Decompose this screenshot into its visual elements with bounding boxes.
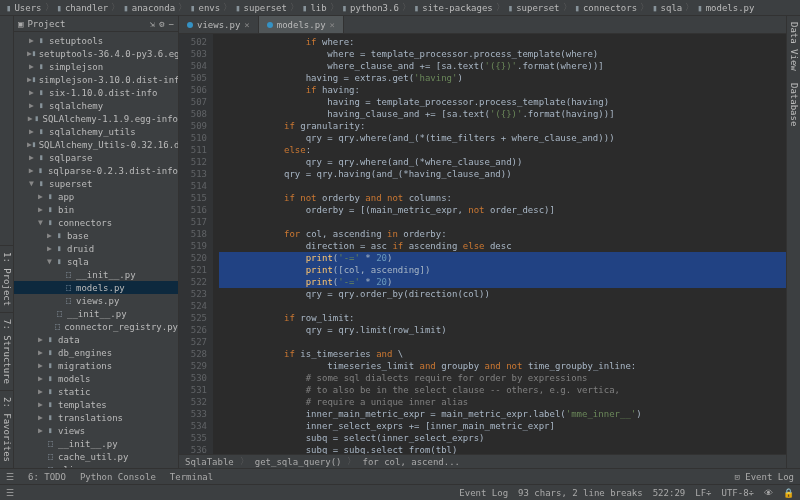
event-log-btn[interactable]: ⊡ Event Log <box>734 472 794 482</box>
code-line[interactable]: if is_timeseries and \ <box>219 348 786 360</box>
tool-tab[interactable]: Data View <box>787 16 800 77</box>
tree-item[interactable]: ▶▮translations <box>14 411 178 424</box>
tree-item[interactable]: ▶▮SQLAlchemy_Utils-0.32.16.dist-info <box>14 138 178 151</box>
code-line[interactable]: having_clause_and += [sa.text('({})'.for… <box>219 108 786 120</box>
arrow-icon[interactable]: ▶ <box>27 36 36 45</box>
breadcrumb-item[interactable]: sqla <box>661 3 683 13</box>
close-icon[interactable]: × <box>330 20 335 30</box>
code-line[interactable]: timeseries_limit and groupby and not tim… <box>219 360 786 372</box>
breadcrumb-item[interactable]: connectors <box>583 3 637 13</box>
breadcrumb-item[interactable]: superset <box>516 3 559 13</box>
code-line[interactable]: if not orderby and not columns: <box>219 192 786 204</box>
code-line[interactable]: for col, ascending in orderby: <box>219 228 786 240</box>
nav-trail[interactable]: SqlaTable〉get_sqla_query()〉for col, asce… <box>179 454 786 468</box>
breadcrumb-item[interactable]: Users <box>14 3 41 13</box>
code-line[interactable]: qry = qry.where(and_(*where_clause_and)) <box>219 156 786 168</box>
code-line[interactable]: qry = qry.where(and_(*(time_filters + wh… <box>219 132 786 144</box>
code-line[interactable]: if granularity: <box>219 120 786 132</box>
tree-item[interactable]: ▶▮simplejson-3.10.0.dist-info <box>14 73 178 86</box>
arrow-icon[interactable]: ▶ <box>27 166 36 175</box>
tree-item[interactable]: ▶▮templates <box>14 398 178 411</box>
code-line[interactable]: qry = qry.having(and_(*having_clause_and… <box>219 168 786 180</box>
inspect-icon[interactable]: 👁 <box>764 488 773 498</box>
arrow-icon[interactable]: ▶ <box>27 153 36 162</box>
project-tree[interactable]: ▶▮setuptools▶▮setuptools-36.4.0-py3.6.eg… <box>14 32 178 468</box>
code-line[interactable]: if row_limit: <box>219 312 786 324</box>
arrow-icon[interactable]: ▶ <box>27 88 36 97</box>
code-line[interactable]: subq = select(inner_select_exprs) <box>219 432 786 444</box>
code-line[interactable]: orderby = [(main_metric_expr, not order_… <box>219 204 786 216</box>
code-line[interactable] <box>219 336 786 348</box>
bottom-tool[interactable]: Terminal <box>170 472 213 482</box>
arrow-icon[interactable]: ▶ <box>27 62 36 71</box>
tree-item[interactable]: ▶▮sqlalchemy_utils <box>14 125 178 138</box>
editor-tab[interactable]: views.py× <box>179 16 259 33</box>
code-line[interactable]: else: <box>219 144 786 156</box>
tree-item[interactable]: ▼▮superset <box>14 177 178 190</box>
arrow-icon[interactable]: ▼ <box>45 257 54 266</box>
code-line[interactable]: direction = asc if ascending else desc <box>219 240 786 252</box>
tree-item[interactable]: ▶▮setuptools <box>14 34 178 47</box>
tree-item[interactable]: ⬚models.py <box>14 281 178 294</box>
tree-item[interactable]: ⬚__init__.py <box>14 268 178 281</box>
tree-item[interactable]: ▶▮simplejson <box>14 60 178 73</box>
tool-tab[interactable]: 1: Project <box>0 245 13 312</box>
code-line[interactable]: where = template_processor.process_templ… <box>219 48 786 60</box>
arrow-icon[interactable]: ▶ <box>36 374 45 383</box>
code-line[interactable]: # to also be in the select clause -- oth… <box>219 384 786 396</box>
arrow-icon[interactable]: ▼ <box>27 179 36 188</box>
bottom-tool[interactable]: 6: TODO <box>28 472 66 482</box>
tree-item[interactable]: ▼▮sqla <box>14 255 178 268</box>
bottom-tool[interactable]: Python Console <box>80 472 156 482</box>
breadcrumb-item[interactable]: envs <box>199 3 221 13</box>
tree-item[interactable]: ▶▮migrations <box>14 359 178 372</box>
tree-item[interactable]: ▶▮druid <box>14 242 178 255</box>
arrow-icon[interactable]: ▶ <box>36 348 45 357</box>
encoding[interactable]: UTF-8÷ <box>721 488 754 498</box>
arrow-icon[interactable]: ▶ <box>36 426 45 435</box>
arrow-icon[interactable]: ▶ <box>45 231 54 240</box>
gear-icon[interactable]: ⚙ <box>159 19 164 29</box>
tool-tab[interactable]: 7: Structure <box>0 312 13 390</box>
nav-item[interactable]: get_sqla_query() <box>255 457 342 467</box>
arrow-icon[interactable]: ▼ <box>36 218 45 227</box>
tree-item[interactable]: ▶▮db_engines <box>14 346 178 359</box>
arrow-icon[interactable]: ▶ <box>36 413 45 422</box>
code-line[interactable]: having = template_processor.process_temp… <box>219 96 786 108</box>
code-line[interactable]: having = extras.get('having') <box>219 72 786 84</box>
breadcrumb-item[interactable]: anaconda <box>132 3 175 13</box>
tree-item[interactable]: ⬚cache_util.py <box>14 450 178 463</box>
code-line[interactable]: print([col, ascending]) <box>219 264 786 276</box>
code-line[interactable]: if where: <box>219 36 786 48</box>
arrow-icon[interactable]: ▶ <box>27 127 36 136</box>
tree-item[interactable]: ▶▮bin <box>14 203 178 216</box>
tree-item[interactable]: ▶▮views <box>14 424 178 437</box>
breadcrumb-item[interactable]: superset <box>244 3 287 13</box>
arrow-icon[interactable]: ▶ <box>36 205 45 214</box>
tree-item[interactable]: ⬚__init__.py <box>14 307 178 320</box>
code-line[interactable]: inner_select_exprs += [inner_main_metric… <box>219 420 786 432</box>
line-sep[interactable]: LF÷ <box>695 488 711 498</box>
close-icon[interactable]: × <box>244 20 249 30</box>
nav-item[interactable]: for col, ascend... <box>362 457 460 467</box>
tool-tab[interactable]: Database <box>787 77 800 132</box>
code-line[interactable]: print('-=' * 20) <box>219 276 786 288</box>
tree-item[interactable]: ▶▮static <box>14 385 178 398</box>
arrow-icon[interactable]: ▶ <box>45 244 54 253</box>
tree-item[interactable]: ▶▮sqlalchemy <box>14 99 178 112</box>
event-log[interactable]: Event Log <box>459 488 508 498</box>
code-line[interactable]: qry = qry.limit(row_limit) <box>219 324 786 336</box>
hide-icon[interactable]: − <box>169 19 174 29</box>
tree-item[interactable]: ▶▮sqlparse <box>14 151 178 164</box>
tree-item[interactable]: ▶▮models <box>14 372 178 385</box>
tool-tab[interactable]: 2: Favorites <box>0 390 13 468</box>
tree-item[interactable]: ▶▮setuptools-36.4.0-py3.6.egg-info <box>14 47 178 60</box>
code-line[interactable]: where_clause_and += [sa.text('({})'.form… <box>219 60 786 72</box>
arrow-icon[interactable]: ▶ <box>36 192 45 201</box>
code-editor[interactable]: 5025035045055065075085095105115125135145… <box>179 34 786 454</box>
nav-item[interactable]: SqlaTable <box>185 457 234 467</box>
breadcrumb-item[interactable]: chandler <box>65 3 108 13</box>
tree-item[interactable]: ⬚connector_registry.py <box>14 320 178 333</box>
tree-item[interactable]: ▶▮base <box>14 229 178 242</box>
tree-item[interactable]: ⬚__init__.py <box>14 437 178 450</box>
